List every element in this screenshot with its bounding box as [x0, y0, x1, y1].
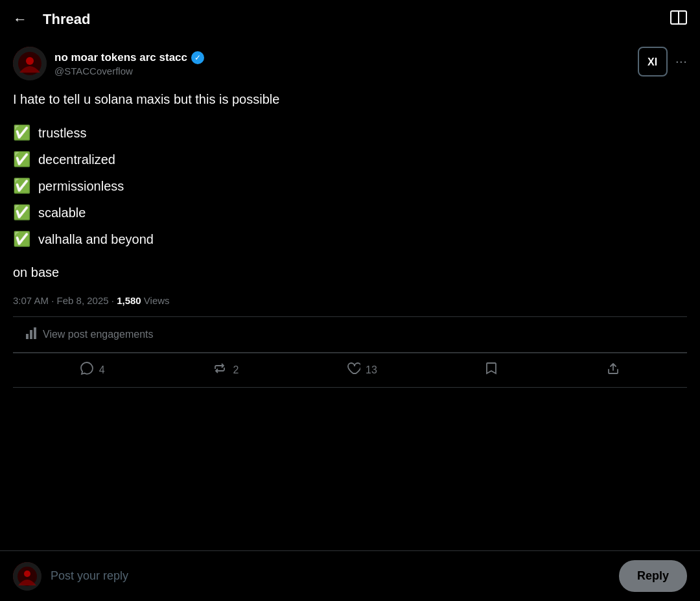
reply-button[interactable]: Reply [619, 560, 687, 592]
reply-placeholder[interactable]: Post your reply [51, 569, 619, 583]
tweet-time: 3:07 AM [13, 295, 49, 306]
reply-bar: Post your reply Reply [0, 550, 700, 601]
share-icon [606, 361, 620, 379]
avatar [13, 47, 47, 80]
tweet-date-separator: · [51, 295, 56, 306]
like-count: 13 [366, 364, 377, 376]
tweet-views-label-text: Views [144, 295, 170, 306]
tweet-checklist: ✅ trustless ✅ decentralized ✅ permission… [13, 122, 687, 250]
bookmark-action[interactable] [484, 361, 498, 379]
svg-point-8 [24, 571, 30, 577]
more-options-button[interactable]: ··· [675, 53, 687, 70]
list-item: ✅ decentralized [13, 148, 687, 170]
engagements-row[interactable]: View post engagements [13, 317, 687, 352]
verified-badge: ✓ [191, 51, 204, 64]
comment-icon [80, 361, 94, 379]
header: ← Thread [0, 0, 700, 39]
list-item: ✅ trustless [13, 122, 687, 143]
list-item: ✅ scalable [13, 202, 687, 223]
heart-icon [346, 361, 360, 379]
reader-mode-icon[interactable] [670, 10, 687, 29]
svg-text:ΧI: ΧI [648, 56, 657, 67]
tweet-views-separator: · [111, 295, 117, 306]
check-icon-4: ✅ [13, 202, 30, 223]
page-title: Thread [43, 11, 90, 28]
reply-avatar [13, 562, 41, 591]
tweet-content: I hate to tell u solana maxis but this i… [13, 89, 687, 282]
tweet-header: no moar tokens arc stacc ✓ @STACCoverflo… [13, 47, 687, 80]
share-action[interactable] [606, 361, 620, 379]
back-button[interactable]: ← [13, 11, 27, 28]
tweet-outro-text: on base [13, 263, 687, 282]
author-handle: @STACCoverflow [54, 65, 204, 77]
engagements-text: View post engagements [43, 329, 153, 340]
tweet-meta: 3:07 AM · Feb 8, 2025 · 1,580 Views [13, 295, 687, 306]
comment-action[interactable]: 4 [80, 361, 105, 379]
tweet-container: no moar tokens arc stacc ✓ @STACCoverflo… [0, 39, 700, 388]
check-icon-5: ✅ [13, 228, 30, 250]
check-icon-1: ✅ [13, 122, 30, 143]
checklist-item-1: trustless [38, 123, 86, 143]
checklist-item-5: valhalla and beyond [38, 230, 154, 249]
list-item: ✅ permissionless [13, 175, 687, 196]
checklist-item-4: scalable [38, 203, 86, 222]
comment-count: 4 [99, 364, 105, 376]
tweet-intro-text: I hate to tell u solana maxis but this i… [13, 89, 687, 109]
list-item: ✅ valhalla and beyond [13, 228, 687, 250]
tweet-views-count: 1,580 [117, 295, 141, 306]
check-icon-3: ✅ [13, 175, 30, 196]
retweet-icon [212, 361, 228, 379]
xai-button[interactable]: ΧI [638, 47, 668, 77]
checklist-item-3: permissionless [38, 176, 124, 196]
bar-chart-icon [26, 327, 36, 342]
author-name: no moar tokens arc stacc [54, 51, 187, 64]
checklist-item-2: decentralized [38, 150, 115, 169]
svg-point-4 [26, 57, 34, 65]
like-action[interactable]: 13 [346, 361, 377, 379]
actions-row: 4 2 13 [13, 353, 687, 388]
retweet-action[interactable]: 2 [212, 361, 239, 379]
check-icon-2: ✅ [13, 148, 30, 170]
tweet-date: Feb 8, 2025 [57, 295, 109, 306]
retweet-count: 2 [233, 364, 239, 376]
bookmark-icon [484, 361, 498, 379]
